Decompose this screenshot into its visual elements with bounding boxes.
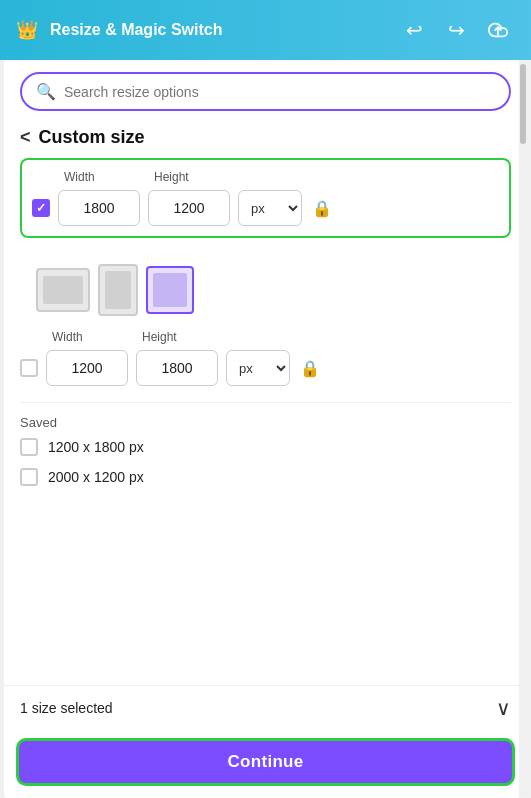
back-nav[interactable]: < Custom size <box>4 121 527 158</box>
main-panel: 🔍 < Custom size Width Height ✓ px <box>4 60 527 798</box>
size-inputs-row1: ✓ px in cm mm 🔒 <box>32 190 499 226</box>
size-labels-row2: Width Height <box>20 330 511 344</box>
saved-label: Saved <box>20 415 511 430</box>
lock-icon-2[interactable]: 🔒 <box>300 359 320 378</box>
continue-button[interactable]: Continue <box>16 738 515 786</box>
checkbox-row1[interactable]: ✓ <box>32 199 50 217</box>
height-label-1: Height <box>154 170 244 184</box>
custom-size-title: Custom size <box>39 127 145 148</box>
landscape-shape-inner <box>43 276 83 304</box>
width-label-2: Width <box>52 330 142 344</box>
orientation-portrait[interactable] <box>98 264 138 316</box>
checkbox-row2[interactable] <box>20 359 38 377</box>
saved-checkbox-1[interactable] <box>20 468 38 486</box>
saved-item-1: 2000 x 1200 px <box>20 468 511 486</box>
continue-wrapper: Continue <box>4 730 527 798</box>
saved-item-text-0: 1200 x 1800 px <box>48 439 144 455</box>
square-shape-inner <box>153 273 187 307</box>
saved-item-text-1: 2000 x 1200 px <box>48 469 144 485</box>
size-inputs-row2: px in cm mm 🔒 <box>20 350 511 386</box>
height-input-1[interactable] <box>148 190 230 226</box>
undo-button[interactable]: ↩ <box>397 13 431 47</box>
redo-button[interactable]: ↪ <box>439 13 473 47</box>
scrollbar-track[interactable] <box>519 60 527 798</box>
selected-count: 1 size selected <box>20 700 113 716</box>
width-input-1[interactable] <box>58 190 140 226</box>
checkmark-icon: ✓ <box>36 201 46 215</box>
unit-select-2[interactable]: px in cm mm <box>226 350 290 386</box>
saved-section: Saved 1200 x 1800 px 2000 x 1200 px <box>4 403 527 498</box>
saved-checkbox-0[interactable] <box>20 438 38 456</box>
scrollbar-thumb[interactable] <box>520 64 526 144</box>
custom-size-section: Width Height ✓ px in cm mm 🔒 <box>4 158 527 330</box>
portrait-shape-inner <box>105 271 131 309</box>
app-header: 👑 Resize & Magic Switch ↩ ↪ <box>0 0 531 60</box>
search-icon: 🔍 <box>36 82 56 101</box>
orientation-row <box>20 254 511 330</box>
width-label-1: Width <box>64 170 154 184</box>
cloud-button[interactable] <box>481 13 515 47</box>
orientation-landscape[interactable] <box>36 268 90 312</box>
height-input-2[interactable] <box>136 350 218 386</box>
height-label-2: Height <box>142 330 232 344</box>
unit-select-1[interactable]: px in cm mm <box>238 190 302 226</box>
chevron-down-icon[interactable]: ∨ <box>496 696 511 720</box>
search-input[interactable] <box>64 84 495 100</box>
search-bar: 🔍 <box>20 72 511 111</box>
header-actions: ↩ ↪ <box>397 13 515 47</box>
size-row-2-normal: Width Height px in cm mm 🔒 <box>4 330 527 402</box>
orientation-square[interactable] <box>146 266 194 314</box>
spacer <box>4 498 527 685</box>
size-labels-row1: Width Height <box>32 170 499 184</box>
size-row-1-highlighted: Width Height ✓ px in cm mm 🔒 <box>20 158 511 238</box>
back-arrow-icon: < <box>20 127 31 148</box>
width-input-2[interactable] <box>46 350 128 386</box>
saved-item-0: 1200 x 1800 px <box>20 438 511 456</box>
app-title: Resize & Magic Switch <box>50 21 385 39</box>
crown-icon: 👑 <box>16 19 38 41</box>
bottom-bar: 1 size selected ∨ <box>4 685 527 730</box>
lock-icon-1[interactable]: 🔒 <box>312 199 332 218</box>
